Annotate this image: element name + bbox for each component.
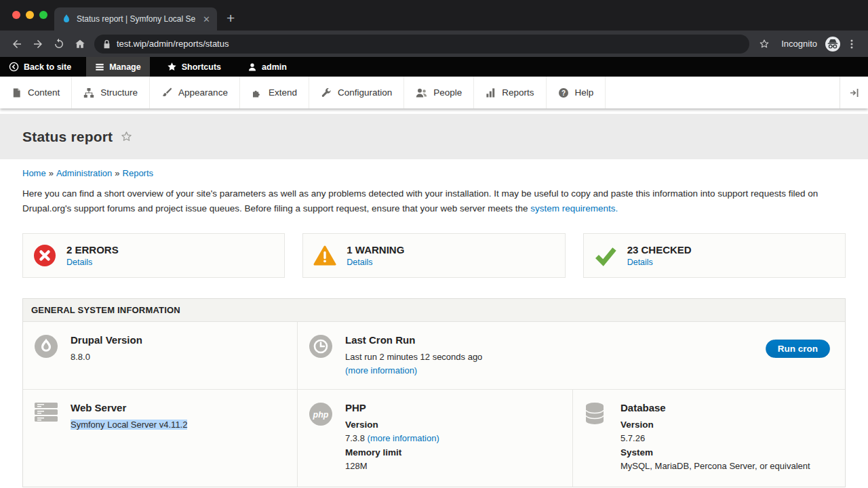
warnings-details-link[interactable]: Details [347,258,372,267]
shortcuts-label: Shortcuts [182,62,221,72]
drupal-version-cell: Drupal Version 8.8.0 [23,322,298,389]
breadcrumb: Home»Administration»Reports [22,168,846,178]
people-icon [416,87,427,98]
user-icon [248,62,257,72]
clock-icon [309,333,336,378]
warnings-count: 1 WARNING [347,244,404,256]
home-icon[interactable] [69,33,90,54]
checked-card: 23 CHECKED Details [583,233,846,278]
hamburger-icon [95,62,104,72]
user-menu[interactable]: admin [239,57,296,77]
back-icon[interactable] [6,33,27,54]
collapse-icon [849,87,860,98]
menu-item-label: Content [28,87,60,98]
error-icon [23,244,66,267]
svg-text:?: ? [561,89,566,96]
php-version-label: Version [345,418,439,432]
manage-tab[interactable]: Manage [86,57,150,77]
menu-item-help[interactable]: ? Help [547,77,606,108]
php-memory-value: 128M [345,460,439,473]
manage-label: Manage [109,62,141,72]
paintbrush-icon [161,87,172,98]
system-info-header: GENERAL SYSTEM INFORMATION [23,299,845,322]
forward-icon[interactable] [27,33,48,54]
content-icon [12,87,22,98]
tab-close-icon[interactable]: ✕ [203,15,210,24]
breadcrumb-separator: » [115,168,119,178]
page-title: Status report [22,129,113,145]
cron-status: Last run 2 minutes 12 seconds ago [345,350,482,364]
errors-details-link[interactable]: Details [66,258,92,267]
system-info-row-2: Web Server Symfony Local Server v4.11.2 … [23,390,845,487]
php-title: PHP [345,402,439,413]
url-text: test.wip/admin/reports/status [117,39,229,49]
star-icon [167,62,177,72]
minimize-window-button[interactable] [26,11,34,19]
database-system-label: System [620,446,810,460]
checked-count: 23 CHECKED [627,244,692,256]
drupal-favicon-icon [61,14,72,24]
menu-item-reports[interactable]: Reports [474,77,546,108]
menu-item-label: Configuration [338,87,392,98]
menu-item-label: Appearance [178,87,228,98]
php-more-information-link[interactable]: (more information) [368,433,439,443]
browser-tab[interactable]: Status report | Symfony Local Se ✕ [54,7,217,30]
server-icon [34,401,61,475]
reload-icon[interactable] [48,33,69,54]
favorite-star-icon[interactable] [120,130,133,143]
intro-text: Here you can find a short overview of yo… [22,188,818,214]
php-version-value: 7.3.8 [345,433,365,443]
web-server-title: Web Server [71,402,187,413]
cron-cell: Last Cron Run Last run 2 minutes 12 seco… [298,322,845,389]
checkmark-icon [584,244,627,267]
close-window-button[interactable] [12,11,20,19]
menu-item-label: Reports [502,87,534,98]
puzzle-icon [252,87,262,98]
errors-count: 2 ERRORS [66,244,119,256]
breadcrumb-reports[interactable]: Reports [123,168,154,178]
shortcuts-tab[interactable]: Shortcuts [158,57,230,77]
menu-item-label: Help [575,87,594,98]
menu-item-label: Structure [100,87,138,98]
cron-title: Last Cron Run [345,334,482,346]
database-version-label: Version [620,418,810,432]
cron-more-information-link[interactable]: (more information) [345,365,417,375]
database-title: Database [620,402,810,413]
php-icon: php [309,401,336,475]
breadcrumb-administration[interactable]: Administration [56,168,112,178]
menu-item-content[interactable]: Content [0,77,72,108]
checked-details-link[interactable]: Details [627,258,653,267]
intro-paragraph: Here you can find a short overview of yo… [22,186,846,216]
web-server-cell: Web Server Symfony Local Server v4.11.2 [23,390,298,487]
browser-tab-bar: Status report | Symfony Local Se ✕ + [0,0,868,30]
structure-icon [83,87,94,98]
toolbar-collapse-button[interactable] [840,77,868,108]
database-system-value: MySQL, MariaDB, Percona Server, or equiv… [620,460,810,473]
bar-chart-icon [486,87,496,98]
zoom-window-button[interactable] [39,11,47,19]
warning-icon [303,244,347,267]
browser-menu-icon[interactable] [841,33,862,54]
back-to-site-icon [9,62,19,72]
php-memory-label: Memory limit [345,446,439,460]
browser-address-bar: test.wip/admin/reports/status Incognito [0,30,868,57]
tab-title: Status report | Symfony Local Se [77,14,198,24]
status-summary-cards: 2 ERRORS Details 1 WARNING Details 23 [22,233,846,278]
menu-item-people[interactable]: People [404,77,474,108]
system-requirements-link[interactable]: system requirements. [530,203,618,214]
back-to-site-button[interactable]: Back to site [0,57,80,77]
incognito-icon [825,36,841,52]
run-cron-button[interactable]: Run cron [766,340,830,358]
window-controls [12,11,47,19]
menu-item-extend[interactable]: Extend [240,77,309,108]
menu-item-configuration[interactable]: Configuration [309,77,404,108]
page-header: Status report [0,114,868,159]
user-label: admin [262,62,287,72]
drupal-version-value: 8.8.0 [71,350,142,364]
url-bar[interactable]: test.wip/admin/reports/status [94,35,749,54]
bookmark-star-icon[interactable] [753,33,774,54]
new-tab-button[interactable]: + [226,11,235,25]
menu-item-appearance[interactable]: Appearance [150,77,240,108]
breadcrumb-home[interactable]: Home [22,168,46,178]
menu-item-structure[interactable]: Structure [72,77,150,108]
